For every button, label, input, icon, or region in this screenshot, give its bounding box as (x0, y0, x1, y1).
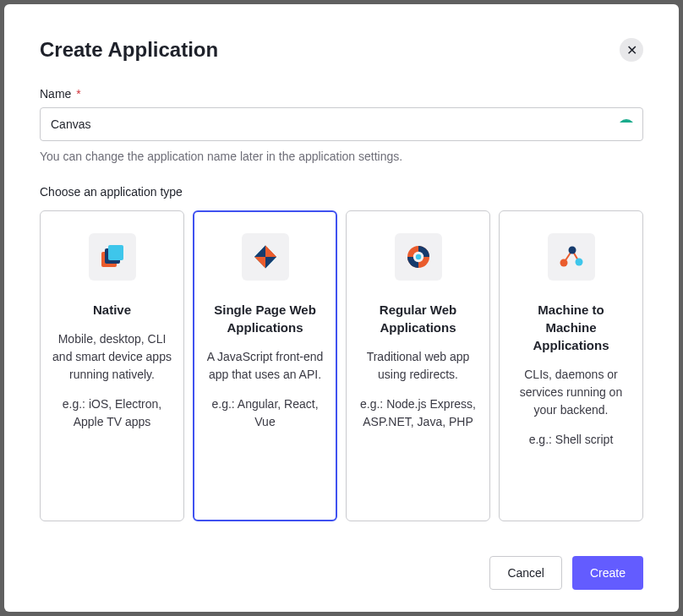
native-icon (89, 233, 136, 281)
svg-point-14 (415, 254, 420, 259)
card-example: e.g.: Node.js Express, ASP.NET, Java, PH… (358, 395, 478, 431)
modal-title: Create Application (40, 38, 218, 62)
input-status-icon (618, 114, 635, 134)
app-type-card-m2m[interactable]: Machine to Machine Applications CLIs, da… (499, 210, 643, 521)
name-label-text: Name (40, 87, 71, 101)
name-input-wrap (40, 107, 643, 141)
name-section: Name * You can change the application na… (40, 87, 643, 163)
svg-rect-5 (108, 245, 123, 260)
modal-footer: Cancel Create (40, 539, 643, 590)
name-input[interactable] (40, 107, 643, 141)
name-label: Name * (40, 87, 643, 101)
card-title: Single Page Web Applications (205, 301, 325, 336)
svg-point-18 (560, 259, 567, 267)
svg-marker-8 (254, 257, 265, 269)
required-indicator: * (76, 87, 80, 101)
svg-point-17 (568, 247, 576, 254)
app-type-card-regular-web[interactable]: Regular Web Applications Traditional web… (346, 210, 490, 521)
name-hint: You can change the application name late… (40, 150, 643, 163)
card-example: e.g.: iOS, Electron, Apple TV apps (52, 395, 172, 431)
svg-marker-11 (265, 246, 276, 258)
app-type-cards: Native Mobile, desktop, CLI and smart de… (40, 210, 643, 521)
create-application-modal: Create Application ✕ Name * You can chan… (4, 4, 679, 612)
svg-marker-10 (254, 246, 265, 258)
card-desc: Mobile, desktop, CLI and smart device ap… (52, 330, 172, 384)
regular-web-icon (395, 233, 442, 281)
card-desc: Traditional web app using redirects. (358, 348, 478, 384)
close-button[interactable]: ✕ (620, 38, 643, 62)
card-title: Native (52, 301, 172, 319)
spa-icon (242, 233, 289, 281)
card-title: Regular Web Applications (358, 301, 478, 336)
card-desc: A JavaScript front-end app that uses an … (205, 348, 325, 384)
m2m-icon (548, 233, 595, 281)
modal-header: Create Application ✕ (40, 38, 643, 62)
cancel-button[interactable]: Cancel (489, 556, 562, 590)
close-icon: ✕ (626, 42, 637, 58)
app-type-section: Choose an application type Native Mobile… (40, 185, 643, 521)
card-title: Machine to Machine Applications (511, 301, 631, 354)
svg-point-19 (575, 259, 582, 266)
app-type-card-spa[interactable]: Single Page Web Applications A JavaScrip… (193, 210, 337, 521)
card-example: e.g.: Angular, React, Vue (205, 395, 325, 431)
svg-marker-9 (265, 257, 276, 269)
card-example: e.g.: Shell script (511, 431, 631, 449)
card-desc: CLIs, daemons or services running on you… (511, 366, 631, 419)
create-button[interactable]: Create (572, 556, 643, 590)
app-type-card-native[interactable]: Native Mobile, desktop, CLI and smart de… (40, 210, 184, 521)
app-type-label: Choose an application type (40, 185, 643, 199)
